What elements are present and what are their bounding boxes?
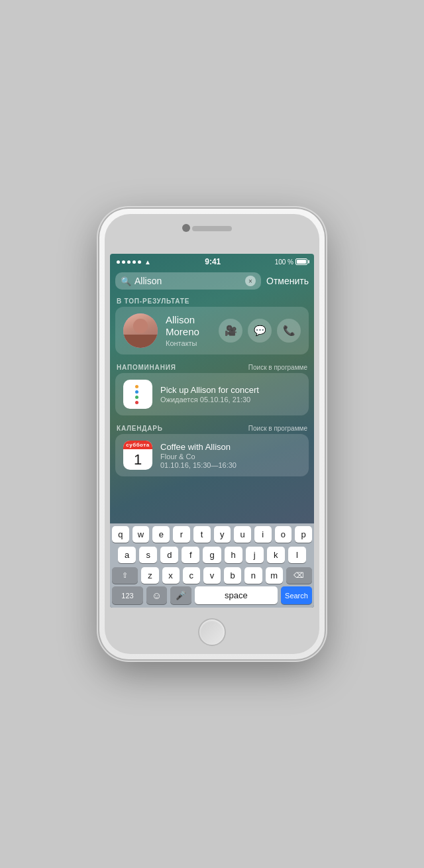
battery-fill (297, 260, 306, 264)
search-input[interactable]: Allison (134, 276, 242, 286)
key-d[interactable]: d (160, 547, 178, 563)
key-e[interactable]: e (152, 526, 170, 543)
key-j[interactable]: j (246, 547, 264, 563)
emoji-key[interactable]: ☺ (146, 586, 167, 604)
key-f[interactable]: f (182, 547, 199, 563)
speaker (192, 226, 232, 231)
phone-frame: ▲ 9:41 100 % 🔍 Allison × Отменить (99, 209, 325, 659)
keyboard-row-2: a s d f g h j k l (110, 544, 314, 565)
search-input-wrap[interactable]: 🔍 Allison × (115, 272, 261, 290)
key-y[interactable]: y (214, 526, 231, 543)
calendar-inner: суббота 1 Coffee with Allison Flour & Co… (123, 441, 301, 470)
search-key[interactable]: Search (281, 586, 312, 604)
search-icon: 🔍 (121, 276, 131, 286)
calendar-day-header: суббота (123, 441, 152, 449)
key-l[interactable]: l (288, 547, 306, 563)
contact-avatar (123, 313, 158, 348)
home-button[interactable] (198, 618, 226, 646)
top-result-inner: Allison Moreno Контакты 🎥 💬 📞 (123, 313, 301, 348)
reminders-app-icon (123, 380, 152, 409)
calendar-app-icon: суббота 1 (123, 441, 152, 470)
calendar-search-in-app[interactable]: Поиск в программе (248, 425, 307, 432)
key-s[interactable]: s (139, 547, 157, 563)
key-v[interactable]: v (203, 567, 221, 584)
video-call-button[interactable]: 🎥 (219, 319, 242, 343)
reminder-subtitle: Ожидается 05.10.16, 21:30 (160, 396, 259, 404)
battery-area: 100 % (275, 258, 307, 266)
mic-key[interactable]: 🎤 (170, 586, 191, 604)
phone-call-button[interactable]: 📞 (277, 319, 301, 343)
top-result-card[interactable]: Allison Moreno Контакты 🎥 💬 📞 (115, 307, 309, 354)
contact-name: Allison Moreno (166, 314, 211, 338)
calendar-event-location: Flour & Co (160, 453, 237, 461)
key-h[interactable]: h (225, 547, 242, 563)
search-bar-row: 🔍 Allison × Отменить (110, 268, 314, 294)
calendar-section-label: КАЛЕНДАРЬ Поиск в программе (110, 421, 314, 434)
key-t[interactable]: t (193, 526, 211, 543)
keyboard-row-3: ⇧ z x c v b n m ⌫ (110, 565, 314, 585)
key-z[interactable]: z (141, 567, 158, 584)
message-button[interactable]: 💬 (248, 319, 272, 343)
cancel-button[interactable]: Отменить (266, 276, 309, 286)
top-result-section-label: В ТОП-РЕЗУЛЬТАТЕ (110, 294, 314, 307)
key-r[interactable]: r (173, 526, 190, 543)
key-q[interactable]: q (112, 526, 129, 543)
key-a[interactable]: a (118, 547, 136, 563)
keyboard: q w e r t y u i o p a s d f g (110, 523, 314, 608)
status-time: 9:41 (205, 257, 221, 266)
key-c[interactable]: c (183, 567, 200, 584)
wifi-icon: ▲ (144, 258, 151, 266)
calendar-event-title: Coffee with Allison (160, 442, 237, 452)
avatar-face (123, 313, 158, 348)
battery-icon (295, 258, 307, 265)
key-x[interactable]: x (162, 567, 180, 584)
numbers-key[interactable]: 123 (112, 586, 143, 604)
screen: ▲ 9:41 100 % 🔍 Allison × Отменить (110, 254, 314, 608)
calendar-card[interactable]: суббота 1 Coffee with Allison Flour & Co… (115, 434, 309, 476)
reminder-card[interactable]: Pick up Allison for concert Ожидается 05… (115, 373, 309, 415)
battery-percent: 100 % (275, 258, 293, 266)
shift-key[interactable]: ⇧ (112, 567, 138, 584)
reminder-title: Pick up Allison for concert (160, 385, 259, 395)
contact-subtitle: Контакты (166, 339, 211, 347)
calendar-info: Coffee with Allison Flour & Co 01.10.16,… (160, 442, 237, 469)
contact-info: Allison Moreno Контакты (166, 314, 211, 347)
key-i[interactable]: i (254, 526, 272, 543)
keyboard-row-1: q w e r t y u i o p (110, 523, 314, 544)
key-k[interactable]: k (267, 547, 285, 563)
key-u[interactable]: u (234, 526, 251, 543)
signal-dot-5 (138, 260, 141, 264)
reminder-info: Pick up Allison for concert Ожидается 05… (160, 385, 259, 404)
contact-actions: 🎥 💬 📞 (219, 319, 301, 343)
delete-key[interactable]: ⌫ (286, 567, 312, 584)
keyboard-row-bottom: 123 ☺ 🎤 space Search (110, 585, 314, 608)
calendar-date-number: 1 (123, 449, 152, 470)
key-g[interactable]: g (203, 547, 221, 563)
signal-area: ▲ (117, 258, 151, 266)
signal-dot-1 (117, 260, 120, 264)
calendar-event-time: 01.10.16, 15:30—16:30 (160, 461, 237, 469)
key-o[interactable]: o (275, 526, 292, 543)
key-n[interactable]: n (244, 567, 262, 584)
signal-dot-2 (122, 260, 125, 264)
key-b[interactable]: b (224, 567, 241, 584)
status-bar: ▲ 9:41 100 % (110, 254, 314, 268)
search-clear-button[interactable]: × (245, 276, 256, 286)
key-m[interactable]: m (266, 567, 283, 584)
signal-dot-4 (132, 260, 136, 264)
reminders-section-label: НАПОМИНАНИЯ Поиск в программе (110, 360, 314, 373)
space-key[interactable]: space (195, 586, 278, 604)
phone-inner: ▲ 9:41 100 % 🔍 Allison × Отменить (105, 214, 319, 654)
reminders-search-in-app[interactable]: Поиск в программе (248, 364, 307, 371)
camera (182, 224, 190, 232)
key-w[interactable]: w (132, 526, 150, 543)
key-p[interactable]: p (295, 526, 312, 543)
signal-dot-3 (127, 260, 131, 264)
reminder-inner: Pick up Allison for concert Ожидается 05… (123, 380, 301, 409)
